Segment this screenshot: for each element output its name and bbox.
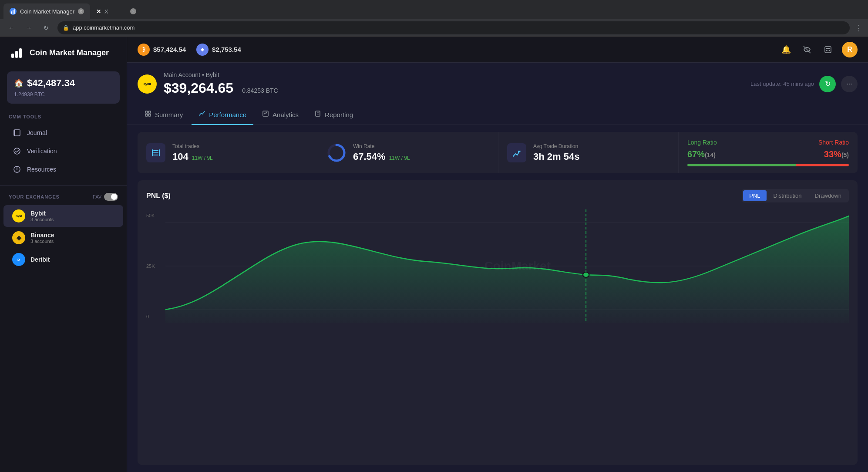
crypto-prices: ₿ $57,424.54 ◆ $2,753.54 xyxy=(138,44,241,56)
btc-icon: ₿ xyxy=(138,44,150,56)
eth-price: $2,753.54 xyxy=(212,46,241,53)
svg-rect-2 xyxy=(14,9,15,14)
account-meta: Last update: 45 mins ago ↻ ··· xyxy=(750,76,858,92)
journal-icon xyxy=(12,128,22,138)
tab-summary-label: Summary xyxy=(155,111,183,118)
svg-rect-14 xyxy=(145,111,148,113)
tab-analytics-label: Analytics xyxy=(273,111,299,118)
sidebar-item-resources[interactable]: Resources xyxy=(3,160,123,179)
exchange-binance[interactable]: ◈ Binance 3 accounts xyxy=(3,227,123,249)
twitter-icon: ✕ xyxy=(96,8,101,15)
sidebar-item-journal[interactable]: Journal xyxy=(3,124,123,142)
pnl-chart xyxy=(146,209,849,323)
binance-logo: ◈ xyxy=(12,231,25,244)
btc-price: $57,424.54 xyxy=(153,46,186,53)
stat-total-trades: Total trades 104 11W / 9L xyxy=(138,132,317,173)
stat-avg-duration: Avg Trade Duration 3h 2m 54s xyxy=(498,132,677,173)
tab-summary[interactable]: Summary xyxy=(138,105,190,125)
calculator-button[interactable] xyxy=(821,43,835,57)
binance-name: Binance xyxy=(30,232,114,239)
svg-point-7 xyxy=(17,171,17,172)
svg-rect-19 xyxy=(316,111,320,116)
tab-analytics[interactable]: Analytics xyxy=(255,105,306,125)
close-tab-twitter[interactable]: × xyxy=(130,8,136,14)
svg-point-12 xyxy=(828,50,828,51)
fav-switch[interactable] xyxy=(104,193,118,201)
verification-label: Verification xyxy=(27,148,57,155)
long-bar xyxy=(687,164,796,166)
ls-values-row: 67%(14) 33%(5) xyxy=(687,149,849,159)
deribit-name: Deribit xyxy=(30,256,114,263)
win-rate-sub: 11W / 9L xyxy=(389,155,410,161)
deribit-info: Deribit xyxy=(30,256,114,263)
short-ratio-label: Short Ratio xyxy=(818,139,849,146)
long-ratio-value: 67%(14) xyxy=(687,149,716,159)
long-short-bar xyxy=(687,164,849,166)
svg-rect-10 xyxy=(826,48,830,49)
bybit-name: Bybit xyxy=(30,210,114,217)
duration-info: Avg Trade Duration 3h 2m 54s xyxy=(533,143,579,162)
win-rate-value: 67.54% xyxy=(353,151,386,162)
main-content: ₿ $57,424.54 ◆ $2,753.54 🔔 xyxy=(127,37,868,472)
chart-tab-group: PNL Distribution Drawdown xyxy=(742,189,849,202)
cmm-tools-label: CMM TOOLS xyxy=(0,114,127,124)
reload-button[interactable]: ↻ xyxy=(40,22,52,34)
trades-sub: 11W / 9L xyxy=(192,155,213,161)
back-button[interactable]: ← xyxy=(5,22,17,34)
sidebar-logo: Coin Market Manager xyxy=(0,45,127,71)
notification-button[interactable]: 🔔 xyxy=(779,43,793,57)
refresh-button[interactable]: ↻ xyxy=(819,76,836,92)
app-name: Coin Market Manager xyxy=(30,48,109,58)
url-bar[interactable]: 🔒 app.coinmarketman.com xyxy=(57,21,850,34)
chart-tab-drawdown[interactable]: Drawdown xyxy=(809,190,848,201)
browser-menu-button[interactable]: ⋮ xyxy=(855,23,863,33)
chart-dot xyxy=(583,272,589,277)
tab-performance[interactable]: Performance xyxy=(192,105,253,125)
header-actions: 🔔 xyxy=(779,42,858,57)
exchange-bybit[interactable]: bybit Bybit 3 accounts xyxy=(3,205,123,227)
fav-toggle[interactable]: FAV xyxy=(93,193,118,201)
svg-rect-0 xyxy=(11,11,12,14)
verification-icon xyxy=(12,146,22,156)
logo-bar-1 xyxy=(11,54,14,58)
sidebar-divider xyxy=(0,185,127,186)
duration-label: Avg Trade Duration xyxy=(533,143,579,149)
chart-y-labels: 50K 25K 0 xyxy=(146,209,164,323)
trades-value: 104 xyxy=(172,151,188,162)
hide-button[interactable] xyxy=(800,43,814,57)
svg-rect-16 xyxy=(145,114,148,116)
journal-label: Journal xyxy=(27,129,47,136)
y-label-50k: 50K xyxy=(146,213,164,218)
twitter-tab-label: X xyxy=(104,8,108,15)
chart-tab-distribution[interactable]: Distribution xyxy=(767,190,808,201)
sidebar-item-verification[interactable]: Verification xyxy=(3,142,123,160)
account-exchange-logo: bybit xyxy=(138,74,157,94)
toggle-knob xyxy=(111,194,117,200)
nav-tabs: Summary Performance xyxy=(127,105,868,125)
tab-cmm[interactable]: Coin Market Manager × xyxy=(3,3,90,19)
tab-twitter[interactable]: ✕ X × xyxy=(90,3,142,19)
short-bar xyxy=(796,164,849,166)
user-avatar[interactable]: R xyxy=(842,42,858,57)
svg-rect-4 xyxy=(14,130,15,136)
browser-tab-bar: Coin Market Manager × ✕ X × xyxy=(0,0,868,19)
bybit-info: Bybit 3 accounts xyxy=(30,210,114,222)
forward-button[interactable]: → xyxy=(23,22,35,34)
tab-reporting[interactable]: Reporting xyxy=(307,105,360,125)
more-options-button[interactable]: ··· xyxy=(841,76,858,92)
account-balance: $39,264.65 xyxy=(164,80,233,96)
short-ratio-value: 33%(5) xyxy=(824,149,849,159)
chart-tab-pnl[interactable]: PNL xyxy=(743,190,766,201)
last-update-text: Last update: 45 mins ago xyxy=(750,81,814,87)
stats-row: Total trades 104 11W / 9L xyxy=(138,132,858,173)
deribit-logo: D xyxy=(12,253,25,266)
close-tab-cmm[interactable]: × xyxy=(78,8,84,14)
logo-bar-2 xyxy=(15,51,18,58)
lock-icon: 🔒 xyxy=(63,25,69,31)
svg-rect-18 xyxy=(263,111,268,116)
url-text: app.coinmarketman.com xyxy=(73,24,135,31)
win-rate-icon-box xyxy=(327,143,346,162)
svg-rect-9 xyxy=(825,47,831,53)
ls-labels-row: Long Ratio Short Ratio xyxy=(687,139,849,146)
exchange-deribit[interactable]: D Deribit xyxy=(3,249,123,270)
